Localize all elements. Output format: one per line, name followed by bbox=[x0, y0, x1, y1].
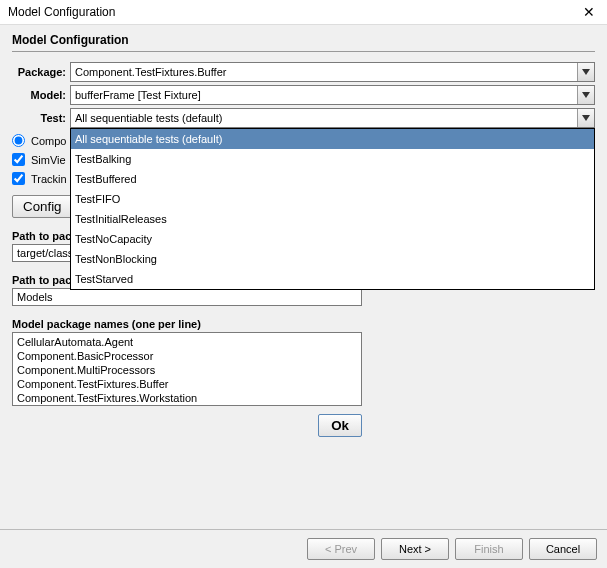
finish-button[interactable]: Finish bbox=[455, 538, 523, 560]
window-title: Model Configuration bbox=[8, 5, 115, 19]
simview-label: SimVie bbox=[31, 154, 66, 166]
titlebar: Model Configuration ✕ bbox=[0, 0, 607, 25]
test-dropdown[interactable]: All sequentiable tests (default)TestBalk… bbox=[70, 128, 595, 290]
test-option[interactable]: TestStarved bbox=[71, 269, 594, 289]
test-value: All sequentiable tests (default) bbox=[71, 112, 577, 124]
next-button[interactable]: Next > bbox=[381, 538, 449, 560]
simview-check[interactable] bbox=[12, 153, 25, 166]
test-option[interactable]: TestNonBlocking bbox=[71, 249, 594, 269]
test-option[interactable]: TestBalking bbox=[71, 149, 594, 169]
source-path-input[interactable] bbox=[12, 288, 362, 306]
chevron-down-icon[interactable] bbox=[577, 63, 594, 81]
tracking-label: Trackin bbox=[31, 173, 67, 185]
chevron-down-icon[interactable] bbox=[577, 86, 594, 104]
prev-button[interactable]: < Prev bbox=[307, 538, 375, 560]
ok-button[interactable]: Ok bbox=[318, 414, 362, 437]
wizard-footer: < Prev Next > Finish Cancel bbox=[0, 529, 607, 568]
package-label: Package: bbox=[12, 66, 70, 78]
section-title: Model Configuration bbox=[12, 31, 595, 52]
chevron-down-icon[interactable] bbox=[577, 109, 594, 127]
test-option[interactable]: All sequentiable tests (default) bbox=[71, 129, 594, 149]
cancel-button[interactable]: Cancel bbox=[529, 538, 597, 560]
model-label: Model: bbox=[12, 89, 70, 101]
test-label: Test: bbox=[12, 112, 70, 124]
model-value: bufferFrame [Test Fixture] bbox=[71, 89, 577, 101]
test-combo[interactable]: All sequentiable tests (default) bbox=[70, 108, 595, 128]
test-option[interactable]: TestBuffered bbox=[71, 169, 594, 189]
packages-label: Model package names (one per line) bbox=[12, 318, 595, 330]
test-option[interactable]: TestInitialReleases bbox=[71, 209, 594, 229]
test-option[interactable]: TestNoCapacity bbox=[71, 229, 594, 249]
component-radio[interactable] bbox=[12, 134, 25, 147]
package-combo[interactable]: Component.TestFixtures.Buffer bbox=[70, 62, 595, 82]
packages-textarea[interactable] bbox=[12, 332, 362, 406]
package-value: Component.TestFixtures.Buffer bbox=[71, 66, 577, 78]
configure-button[interactable]: Config bbox=[12, 195, 73, 218]
test-option[interactable]: TestFIFO bbox=[71, 189, 594, 209]
component-label: Compo bbox=[31, 135, 66, 147]
tracking-check[interactable] bbox=[12, 172, 25, 185]
close-icon[interactable]: ✕ bbox=[579, 4, 599, 20]
model-combo[interactable]: bufferFrame [Test Fixture] bbox=[70, 85, 595, 105]
